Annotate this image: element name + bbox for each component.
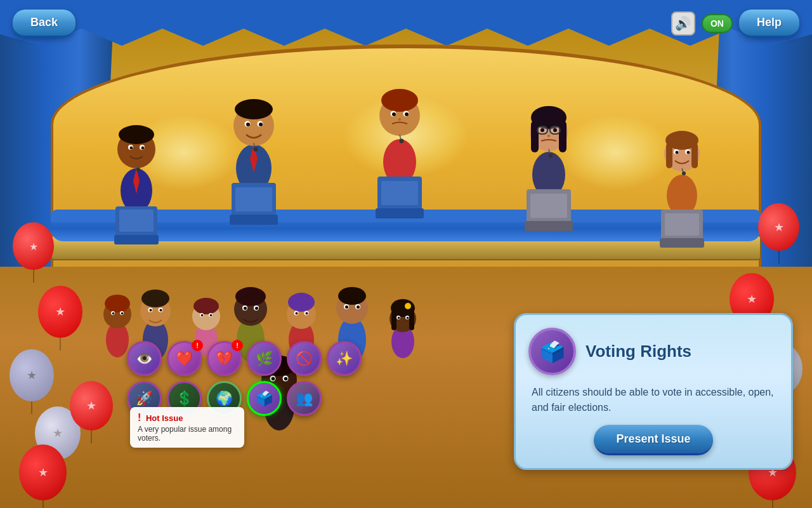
svg-rect-58 <box>666 143 672 168</box>
issue-icon-social[interactable]: 💔 ! <box>207 341 242 376</box>
svg-point-88 <box>201 314 204 317</box>
svg-point-28 <box>381 89 418 112</box>
sound-toggle[interactable]: ON <box>702 14 733 33</box>
svg-rect-22 <box>235 187 272 211</box>
issue-icon-voting[interactable]: 🗳️ <box>247 381 282 416</box>
balloon-red-2: ★ <box>38 286 82 338</box>
svg-rect-42 <box>531 121 539 152</box>
svg-point-2 <box>119 125 154 144</box>
svg-point-38 <box>400 139 404 144</box>
svg-point-89 <box>210 314 213 317</box>
issue-icon-environment[interactable]: 🌿 <box>247 341 282 376</box>
svg-rect-65 <box>665 213 699 236</box>
svg-point-102 <box>296 312 298 315</box>
svg-point-82 <box>160 309 162 312</box>
svg-point-85 <box>193 298 219 314</box>
svg-point-54 <box>549 154 553 158</box>
issue-icons-container: 👁️ ❤️ ! 💔 ! 🌿 🚫 ✨ 🚀 💲 🌍 🗳️ 👥 <box>127 341 362 416</box>
svg-rect-23 <box>230 215 278 225</box>
svg-point-15 <box>235 99 273 119</box>
top-bar: Back 🔊 ON Help <box>0 10 812 37</box>
info-panel-title: Voting Rights <box>586 342 691 361</box>
svg-point-71 <box>105 295 130 312</box>
balloon-red-4: ★ <box>19 444 67 500</box>
svg-point-96 <box>255 307 258 310</box>
balloon-blue-1: ★ <box>10 349 54 401</box>
svg-point-48 <box>540 128 544 132</box>
top-right-controls: 🔊 ON Help <box>671 10 799 37</box>
info-panel-description: All citizens should be able to vote in a… <box>528 385 778 415</box>
svg-point-95 <box>244 307 247 310</box>
sound-icon[interactable]: 🔊 <box>671 11 695 36</box>
hot-icon: ! <box>138 412 141 424</box>
svg-point-99 <box>288 293 315 312</box>
hot-issue-tooltip: ! Hot Issue A very popular issue among v… <box>130 407 244 448</box>
svg-rect-114 <box>391 310 396 330</box>
svg-rect-66 <box>660 238 704 248</box>
svg-rect-115 <box>409 310 414 330</box>
svg-point-49 <box>553 128 557 132</box>
svg-point-31 <box>392 112 396 116</box>
svg-point-6 <box>141 147 145 150</box>
back-button[interactable]: Back <box>13 10 75 37</box>
balloon-red-3: ★ <box>70 381 113 431</box>
help-button[interactable]: Help <box>739 10 799 37</box>
svg-point-75 <box>121 312 124 315</box>
svg-point-92 <box>235 287 266 306</box>
svg-point-110 <box>357 305 360 309</box>
svg-point-81 <box>150 309 152 312</box>
svg-point-25 <box>254 147 258 152</box>
svg-point-63 <box>687 151 690 154</box>
issue-icon-healthcare[interactable]: ❤️ ! <box>167 341 202 376</box>
svg-point-33 <box>398 118 401 121</box>
svg-point-19 <box>259 123 263 126</box>
svg-point-62 <box>676 151 679 154</box>
hot-badge-social: ! <box>232 340 243 351</box>
svg-point-12 <box>136 168 140 171</box>
svg-point-119 <box>407 317 409 319</box>
svg-point-5 <box>130 147 133 150</box>
info-icon: 🗳️ <box>528 328 576 375</box>
balloon-red-r1: ★ <box>758 203 799 251</box>
hot-issue-title: ! Hot Issue <box>138 412 237 424</box>
svg-point-74 <box>112 312 115 315</box>
hot-issue-desc: A very popular issue among voters. <box>138 425 237 443</box>
svg-rect-36 <box>376 208 424 218</box>
issue-icon-surveillance[interactable]: 👁️ <box>127 341 162 376</box>
svg-point-118 <box>398 317 400 319</box>
svg-rect-51 <box>530 194 567 218</box>
svg-rect-35 <box>381 181 418 205</box>
issue-icon-prohibition[interactable]: 🚫 <box>287 341 322 376</box>
svg-rect-9 <box>119 210 154 232</box>
issue-icons-row-1: 👁️ ❤️ ! 💔 ! 🌿 🚫 ✨ <box>127 341 362 376</box>
svg-point-120 <box>405 303 411 309</box>
svg-rect-59 <box>691 143 698 168</box>
svg-point-103 <box>306 312 308 315</box>
issue-icon-energy[interactable]: ✨ <box>327 341 362 376</box>
svg-point-68 <box>682 171 686 175</box>
present-issue-button[interactable]: Present Issue <box>594 425 712 455</box>
svg-rect-52 <box>525 221 573 231</box>
svg-rect-10 <box>114 235 159 244</box>
info-panel-header: 🗳️ Voting Rights <box>528 328 778 375</box>
svg-point-109 <box>345 305 348 309</box>
svg-point-47 <box>547 135 550 137</box>
hot-badge-healthcare: ! <box>192 340 203 351</box>
info-panel: 🗳️ Voting Rights All citizens should be … <box>514 313 793 470</box>
svg-point-32 <box>405 112 409 116</box>
stage-characters <box>51 64 749 267</box>
issue-icon-community[interactable]: 👥 <box>287 381 322 416</box>
svg-point-106 <box>338 287 366 305</box>
svg-point-18 <box>246 123 250 126</box>
balloon-red-1: ★ <box>13 222 54 270</box>
svg-point-78 <box>141 290 169 307</box>
svg-rect-43 <box>559 121 566 152</box>
